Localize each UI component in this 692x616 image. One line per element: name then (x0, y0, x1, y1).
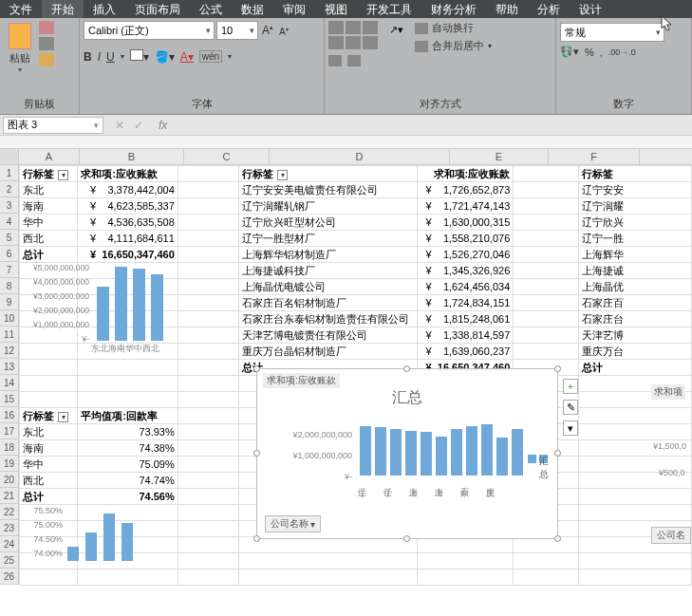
merge-center-button[interactable]: 合并后居中▾ (415, 39, 492, 53)
phonetic-icon[interactable]: wén (199, 50, 222, 63)
row-header[interactable]: 13 (0, 359, 19, 375)
font-color-icon[interactable]: A▾ (180, 50, 194, 64)
row-header[interactable]: 22 (0, 504, 19, 520)
inc-decimal-icon[interactable]: .00→.0 (608, 47, 636, 57)
region-bar-chart[interactable]: ¥5,000,000,000¥4,000,000,000¥3,000,000,0… (21, 261, 201, 355)
row-header[interactable]: 23 (0, 520, 19, 536)
copy-icon[interactable] (39, 37, 54, 50)
increase-font-icon[interactable]: A▴ (260, 21, 275, 42)
chart-styles-icon[interactable]: ✎ (563, 400, 578, 415)
clipboard-icon (9, 23, 31, 49)
tab-analyze[interactable]: 分析 (528, 0, 570, 18)
paste-button[interactable]: 粘贴 ▾ (4, 21, 36, 74)
right-ytick-1: ¥1,500,0 (653, 441, 686, 451)
row-header[interactable]: 10 (0, 310, 19, 327)
filter-dropdown-icon[interactable]: ▾ (277, 170, 288, 180)
underline-button[interactable]: U (106, 50, 115, 64)
paste-label: 粘贴 (9, 51, 30, 65)
row-header[interactable]: 15 (0, 391, 19, 407)
formula-bar[interactable] (0, 136, 692, 149)
font-name-combo[interactable]: Calibri (正文) (84, 21, 215, 40)
tab-review[interactable]: 审阅 (273, 0, 315, 18)
formula-bar-row: 图表 3▾ ✕ ✓ fx (0, 115, 692, 136)
row-header[interactable]: 5 (0, 230, 19, 246)
fill-color-icon[interactable]: 🪣▾ (155, 50, 175, 64)
filter-dropdown-icon[interactable]: ▾ (58, 170, 68, 180)
row-header[interactable]: 8 (0, 278, 19, 294)
filter-dropdown-icon[interactable]: ▾ (58, 412, 68, 422)
col-header[interactable]: D (270, 149, 450, 164)
tab-formula[interactable]: 公式 (190, 0, 232, 18)
row-header[interactable]: 21 (0, 488, 19, 504)
cut-icon[interactable] (39, 21, 54, 34)
tab-finance[interactable]: 财务分析 (421, 0, 486, 18)
row-header[interactable]: 3 (0, 197, 19, 214)
col-header[interactable]: F (549, 149, 640, 164)
tab-design[interactable]: 设计 (570, 0, 611, 18)
chart-filter-button[interactable]: 公司名称 ▾ (265, 515, 321, 532)
cancel-icon[interactable]: ✕ (115, 119, 124, 132)
group-clipboard-label: 剪贴板 (0, 96, 79, 114)
group-font-label: 字体 (80, 96, 324, 114)
row-header[interactable]: 12 (0, 343, 19, 359)
accounting-icon[interactable]: 💱▾ (560, 46, 579, 58)
orientation-icon[interactable]: ↗▾ (389, 24, 403, 36)
wrap-text-button[interactable]: 自动换行 (415, 21, 492, 35)
row-header[interactable]: 24 (0, 536, 19, 552)
col-header[interactable]: G (640, 149, 692, 164)
tab-view[interactable]: 视图 (315, 0, 357, 18)
font-size-combo[interactable]: 10 (216, 21, 258, 40)
bold-button[interactable]: B (84, 50, 92, 64)
fx-icon[interactable]: fx (159, 119, 167, 132)
border-icon[interactable]: ▾ (130, 49, 149, 64)
chart-elements-icon[interactable]: + (563, 379, 578, 394)
enter-icon[interactable]: ✓ (134, 119, 143, 132)
row-header[interactable]: 4 (0, 214, 19, 230)
format-painter-icon[interactable] (39, 53, 54, 66)
name-box[interactable]: 图表 3▾ (3, 117, 103, 134)
row-header[interactable]: 7 (0, 262, 19, 278)
row-header[interactable]: 9 (0, 294, 19, 310)
tab-home[interactable]: 开始 (42, 0, 84, 18)
chart-filter-icon[interactable]: ▾ (563, 420, 578, 436)
row-header[interactable]: 25 (0, 552, 19, 569)
percent-icon[interactable]: % (585, 47, 594, 58)
indent-inc-icon[interactable] (347, 55, 361, 66)
col-headers: ABCDEFG (19, 149, 692, 165)
row-header[interactable]: 6 (0, 246, 19, 262)
tab-file[interactable]: 文件 (0, 0, 42, 18)
tab-insert[interactable]: 插入 (84, 0, 125, 18)
decrease-font-icon[interactable]: A▾ (277, 21, 290, 42)
col-header[interactable]: A (19, 149, 80, 164)
row-header[interactable]: 11 (0, 327, 19, 343)
rate-bar-chart[interactable]: 75.50%75.00%74.50%74.00% (21, 504, 201, 561)
indent-dec-icon[interactable] (328, 55, 342, 66)
number-format-combo[interactable]: 常规 (560, 23, 664, 42)
group-number-label: 数字 (556, 96, 691, 114)
chart-field-label: 求和项:应收账款 (263, 373, 340, 388)
col-header[interactable]: B (80, 149, 184, 164)
row-header[interactable]: 26 (0, 569, 19, 585)
col-header[interactable]: E (450, 149, 549, 164)
right-ytick-2: ¥500,0 (659, 468, 685, 477)
align-grid[interactable] (328, 21, 378, 49)
row-header[interactable]: 19 (0, 456, 19, 472)
underline-more-icon[interactable]: ▾ (121, 52, 124, 61)
italic-button[interactable]: I (98, 50, 101, 64)
row-header[interactable]: 20 (0, 472, 19, 488)
col-header[interactable]: C (184, 149, 270, 164)
right-field-label: 求和项 (651, 384, 685, 400)
tab-data[interactable]: 数据 (232, 0, 273, 18)
pivot-chart-selected[interactable]: 求和项:应收账款 汇总 ¥2,000,000,000¥1,000,000,000… (256, 368, 558, 539)
comma-icon[interactable]: , (600, 47, 603, 58)
right-filter-button[interactable]: 公司名 (651, 527, 691, 544)
row-header[interactable]: 2 (0, 181, 19, 197)
row-header[interactable]: 16 (0, 407, 19, 423)
row-header[interactable]: 17 (0, 423, 19, 439)
tab-layout[interactable]: 页面布局 (125, 0, 190, 18)
row-header[interactable]: 14 (0, 375, 19, 391)
tab-help[interactable]: 帮助 (486, 0, 528, 18)
row-header[interactable]: 18 (0, 439, 19, 456)
row-header[interactable]: 1 (0, 165, 19, 181)
tab-dev[interactable]: 开发工具 (357, 0, 421, 18)
